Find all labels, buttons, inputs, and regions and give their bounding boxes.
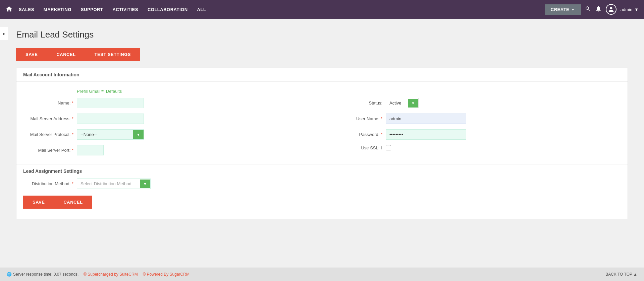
create-button[interactable]: CREATE ▼ — [545, 4, 581, 15]
mail-server-port-group: Mail Server Port: * — [23, 145, 312, 155]
cancel-button-bottom[interactable]: CANCEL — [54, 196, 92, 209]
top-navigation: SALES MARKETING SUPPORT ACTIVITIES COLLA… — [0, 0, 644, 19]
lead-assignment-section: Lead Assignment Settings Distribution Me… — [16, 164, 628, 219]
password-group: Password: * — [332, 129, 621, 140]
username-group: User Name: * — [332, 114, 621, 124]
top-button-row: SAVE CANCEL TEST SETTINGS — [16, 48, 628, 61]
notifications-button[interactable] — [595, 5, 602, 14]
footer: 🌐 Server response time: 0.07 seconds. © … — [0, 268, 644, 281]
back-to-top-button[interactable]: BACK TO TOP ▲ — [605, 272, 637, 277]
admin-label: admin — [621, 7, 632, 12]
main-content: Email Lead Settings SAVE CANCEL TEST SET… — [0, 19, 644, 268]
port-required: * — [72, 148, 73, 153]
mail-server-address-input[interactable] — [77, 114, 144, 124]
mail-server-address-label: Mail Server Address: * — [23, 116, 73, 121]
status-select-wrap: Active Inactive ▼ — [386, 98, 419, 108]
admin-dropdown-icon: ▼ — [634, 7, 639, 12]
status-group: Status: Active Inactive ▼ — [332, 98, 621, 108]
distribution-select-wrap: Select Distribution Method Round Robin L… — [77, 179, 151, 189]
use-ssl-checkbox[interactable] — [386, 145, 391, 150]
create-arrow-icon: ▼ — [571, 8, 575, 11]
form-left-col: Name: * Mail Server Address: * — [23, 98, 312, 161]
page-title: Email Lead Settings — [16, 29, 628, 40]
distribution-method-label: Distribution Method: * — [23, 181, 73, 186]
mail-server-port-input[interactable] — [77, 145, 104, 155]
prefill-gmail-link[interactable]: Prefill Gmail™ Defaults — [77, 89, 122, 94]
nav-activities[interactable]: ACTIVITIES — [112, 6, 138, 13]
distribution-dropdown-icon: ▼ — [140, 180, 150, 188]
cancel-button-top[interactable]: CANCEL — [47, 48, 85, 61]
nav-all[interactable]: ALL — [197, 6, 206, 13]
nav-marketing[interactable]: MARKETING — [44, 6, 71, 13]
sidebar-toggle[interactable]: ▶ — [0, 27, 8, 40]
nav-collaboration[interactable]: COLLABORATION — [148, 6, 188, 13]
nav-right: CREATE ▼ admin ▼ — [545, 4, 639, 15]
search-button[interactable] — [585, 6, 591, 13]
footer-powered-link[interactable]: © Powered By SugarCRM — [143, 272, 190, 277]
address-required: * — [72, 116, 73, 121]
use-ssl-group: Use SSL: ℹ — [332, 145, 621, 150]
footer-separator — [139, 272, 142, 277]
username-label: User Name: * — [332, 116, 382, 121]
server-response: Server response time: 0.07 seconds. — [13, 272, 78, 277]
save-button-top[interactable]: SAVE — [16, 48, 47, 61]
use-ssl-label: Use SSL: ℹ — [332, 145, 382, 150]
ssl-info-icon[interactable]: ℹ — [381, 145, 382, 150]
form-right-col: Status: Active Inactive ▼ — [332, 98, 621, 161]
form-grid: Name: * Mail Server Address: * — [23, 98, 621, 161]
status-dropdown-icon: ▼ — [408, 99, 418, 108]
name-group: Name: * — [23, 98, 312, 108]
protocol-required: * — [72, 132, 73, 137]
password-label: Password: * — [332, 132, 382, 137]
mail-server-protocol-label: Mail Server Protocol: * — [23, 132, 73, 137]
avatar — [606, 4, 616, 15]
save-button-bottom[interactable]: SAVE — [23, 196, 54, 209]
globe-icon: 🌐 — [7, 272, 12, 277]
lead-assignment-header: Lead Assignment Settings — [23, 168, 621, 174]
ssl-checkbox-wrap — [386, 145, 391, 150]
form-card: Mail Account Information Prefill Gmail™ … — [16, 68, 628, 219]
name-label: Name: * — [23, 100, 73, 106]
mail-server-port-label: Mail Server Port: * — [23, 148, 73, 153]
protocol-select[interactable]: --None-- IMAP POP3 — [77, 130, 133, 139]
mail-server-protocol-group: Mail Server Protocol: * --None-- IMAP PO… — [23, 129, 312, 140]
nav-links: SALES MARKETING SUPPORT ACTIVITIES COLLA… — [19, 6, 545, 13]
password-input[interactable] — [386, 129, 466, 140]
mail-account-section-header: Mail Account Information — [16, 68, 628, 82]
footer-supercharged-link[interactable]: © Supercharged by SuiteCRM — [84, 272, 138, 277]
admin-menu-button[interactable]: admin ▼ — [621, 7, 639, 12]
distribution-required: * — [72, 181, 73, 186]
create-label: CREATE — [551, 7, 569, 12]
test-settings-button[interactable]: TEST SETTINGS — [85, 48, 140, 61]
name-required: * — [72, 100, 73, 106]
bottom-button-row: SAVE CANCEL — [23, 196, 621, 215]
name-input[interactable] — [77, 98, 144, 108]
footer-left: 🌐 Server response time: 0.07 seconds. © … — [7, 272, 190, 277]
home-icon[interactable] — [5, 5, 13, 14]
form-body: Prefill Gmail™ Defaults Name: * — [16, 82, 628, 164]
status-select[interactable]: Active Inactive — [386, 98, 408, 108]
distribution-method-group: Distribution Method: * Select Distributi… — [23, 179, 621, 189]
distribution-select[interactable]: Select Distribution Method Round Robin L… — [77, 179, 140, 189]
footer-supercharged — [80, 272, 82, 277]
protocol-select-wrap: --None-- IMAP POP3 ▼ — [77, 129, 144, 140]
username-required: * — [381, 116, 382, 121]
nav-sales[interactable]: SALES — [19, 6, 34, 13]
mail-server-address-group: Mail Server Address: * — [23, 114, 312, 124]
protocol-dropdown-icon: ▼ — [133, 130, 144, 139]
password-required: * — [381, 132, 382, 137]
nav-support[interactable]: SUPPORT — [81, 6, 103, 13]
username-input[interactable] — [386, 114, 466, 124]
status-label: Status: — [332, 100, 382, 106]
